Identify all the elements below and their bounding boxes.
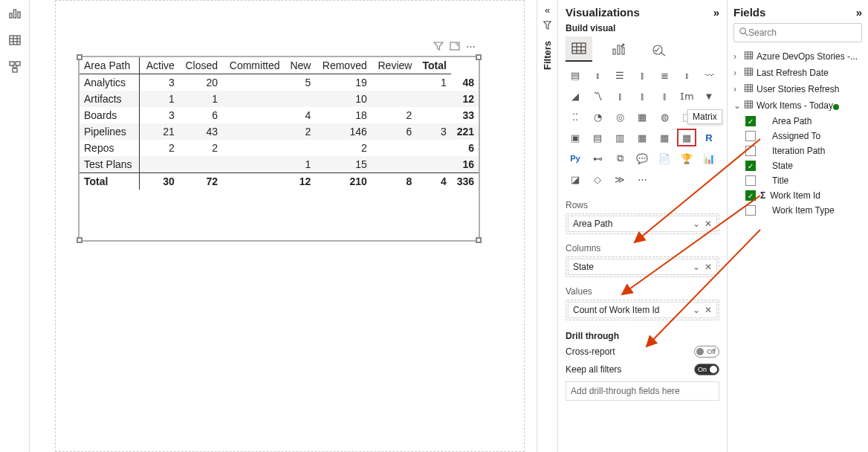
- viz-type-10[interactable]: ⫿: [632, 87, 652, 105]
- viz-type-33[interactable]: 🏆: [677, 149, 696, 167]
- filters-icon: [542, 20, 552, 32]
- model-view-icon[interactable]: [6, 58, 24, 76]
- analytics-tab[interactable]: [646, 36, 673, 62]
- table-item[interactable]: ›Azure DevOps Stories -...: [733, 48, 862, 65]
- field-checkbox[interactable]: [745, 146, 756, 156]
- viz-type-2[interactable]: ☰: [610, 66, 629, 84]
- field-row[interactable]: Assigned To: [745, 129, 862, 143]
- viz-type-18[interactable]: ◍: [655, 108, 674, 126]
- viz-type-32[interactable]: 📄: [655, 149, 674, 167]
- rows-well[interactable]: Area Path ⌄✕: [566, 213, 719, 234]
- field-label: Assigned To: [772, 131, 820, 141]
- viz-type-9[interactable]: ⫿: [610, 87, 629, 105]
- viz-type-17[interactable]: ▦: [632, 108, 652, 126]
- viz-type-7[interactable]: ◢: [566, 87, 585, 105]
- field-checkbox[interactable]: [745, 175, 756, 186]
- viz-type-0[interactable]: ▤: [566, 66, 585, 84]
- svg-rect-9: [16, 62, 20, 65]
- viz-type-34[interactable]: 📊: [699, 149, 719, 167]
- matrix-visual[interactable]: ⋯ Area PathActiveClosedCommittedNewRemov…: [78, 56, 480, 242]
- values-well[interactable]: Count of Work Item Id ⌄✕: [566, 300, 719, 320]
- viz-type-23[interactable]: ▥: [610, 129, 629, 146]
- build-visual-tab[interactable]: [566, 36, 592, 62]
- field-checkbox[interactable]: [745, 205, 756, 216]
- cross-report-label: Cross-report: [566, 346, 615, 357]
- viz-type-8[interactable]: 〽: [588, 87, 607, 105]
- field-row[interactable]: ✓State: [745, 158, 862, 173]
- fields-title: Fields: [733, 6, 765, 19]
- viz-type-22[interactable]: ▤: [588, 129, 607, 146]
- filters-label: Filters: [542, 41, 553, 70]
- viz-type-24[interactable]: ▦: [632, 129, 652, 146]
- viz-type-1[interactable]: ⫾: [588, 66, 607, 84]
- build-visual-label: Build visual: [566, 23, 719, 33]
- remove-icon[interactable]: ✕: [705, 219, 712, 229]
- viz-type-21[interactable]: ▣: [566, 129, 585, 146]
- viz-type-38[interactable]: ⋯: [632, 170, 652, 188]
- viz-type-27[interactable]: R: [699, 129, 719, 146]
- collapse-viz-icon[interactable]: »: [713, 6, 719, 19]
- table-item[interactable]: ›Last Refresh Date: [733, 65, 862, 81]
- cross-report-toggle[interactable]: Off: [694, 346, 719, 358]
- viz-type-29[interactable]: ⊷: [588, 149, 607, 167]
- fields-search[interactable]: [733, 23, 862, 42]
- more-options-icon[interactable]: ⋯: [466, 41, 476, 54]
- field-row[interactable]: Title: [745, 173, 862, 188]
- svg-rect-36: [745, 85, 752, 91]
- viz-type-3[interactable]: ⫿: [632, 66, 652, 84]
- viz-type-16[interactable]: ◎: [610, 108, 629, 126]
- svg-rect-10: [13, 68, 17, 72]
- field-row[interactable]: ✓Area Path: [745, 114, 862, 129]
- columns-item[interactable]: State ⌄✕: [568, 259, 717, 275]
- viz-type-28[interactable]: Py: [566, 149, 585, 167]
- viz-type-15[interactable]: ◔: [588, 108, 607, 126]
- viz-type-6[interactable]: 〰: [699, 66, 719, 84]
- viz-type-12[interactable]: 𝖨𝗆: [677, 87, 696, 105]
- viz-type-26[interactable]: ▦: [677, 129, 696, 146]
- field-row[interactable]: Work Item Type: [745, 203, 862, 218]
- keep-filters-toggle[interactable]: On: [694, 364, 719, 375]
- chevron-down-icon[interactable]: ⌄: [693, 262, 700, 272]
- values-item[interactable]: Count of Work Item Id ⌄✕: [568, 302, 717, 318]
- table-view-icon[interactable]: [6, 31, 24, 49]
- search-input[interactable]: [748, 28, 860, 38]
- format-visual-tab[interactable]: [606, 36, 632, 62]
- viz-type-30[interactable]: ⧉: [610, 149, 629, 167]
- viz-type-4[interactable]: ≣: [655, 66, 674, 84]
- remove-icon[interactable]: ✕: [705, 305, 712, 315]
- report-canvas[interactable]: ⋯ Area PathActiveClosedCommittedNewRemov…: [30, 0, 537, 452]
- viz-type-31[interactable]: 💬: [632, 149, 652, 167]
- filter-icon[interactable]: [433, 41, 444, 54]
- svg-rect-1: [13, 10, 16, 18]
- drill-through-dropzone[interactable]: Add drill-through fields here: [566, 381, 719, 401]
- field-checkbox[interactable]: ✓: [745, 116, 756, 126]
- rows-item[interactable]: Area Path ⌄✕: [568, 216, 717, 232]
- viz-type-25[interactable]: ▦: [655, 129, 674, 146]
- viz-type-37[interactable]: ≫: [610, 170, 629, 188]
- field-row[interactable]: ✓ΣWork Item Id: [745, 188, 862, 203]
- focus-mode-icon[interactable]: [450, 41, 460, 54]
- expand-filters-icon[interactable]: «: [545, 4, 550, 16]
- viz-type-11[interactable]: ⫿: [655, 87, 674, 105]
- table-item[interactable]: ›User Stories Refresh: [733, 81, 862, 97]
- viz-tooltip: Matrix: [687, 109, 722, 124]
- search-icon: [739, 27, 748, 39]
- viz-type-13[interactable]: ▼: [699, 87, 719, 105]
- viz-type-14[interactable]: ⁚⁚: [566, 108, 585, 126]
- field-checkbox[interactable]: ✓: [745, 161, 756, 171]
- columns-well[interactable]: State ⌄✕: [566, 256, 719, 277]
- field-checkbox[interactable]: [745, 131, 756, 141]
- chart-view-icon[interactable]: [6, 4, 24, 22]
- remove-icon[interactable]: ✕: [705, 262, 712, 272]
- viz-type-35[interactable]: ◪: [566, 170, 585, 188]
- viz-type-36[interactable]: ◇: [588, 170, 607, 188]
- chevron-down-icon[interactable]: ⌄: [693, 219, 700, 229]
- svg-rect-3: [10, 36, 20, 45]
- field-row[interactable]: Iteration Path: [745, 143, 862, 158]
- chevron-down-icon[interactable]: ⌄: [693, 305, 700, 315]
- table-item[interactable]: ⌄Work Items - Today: [733, 97, 862, 114]
- filters-pane-collapsed[interactable]: « Filters: [537, 0, 557, 452]
- viz-type-5[interactable]: ⫾: [677, 66, 696, 84]
- field-checkbox[interactable]: ✓: [745, 190, 756, 201]
- collapse-fields-icon[interactable]: »: [856, 6, 862, 19]
